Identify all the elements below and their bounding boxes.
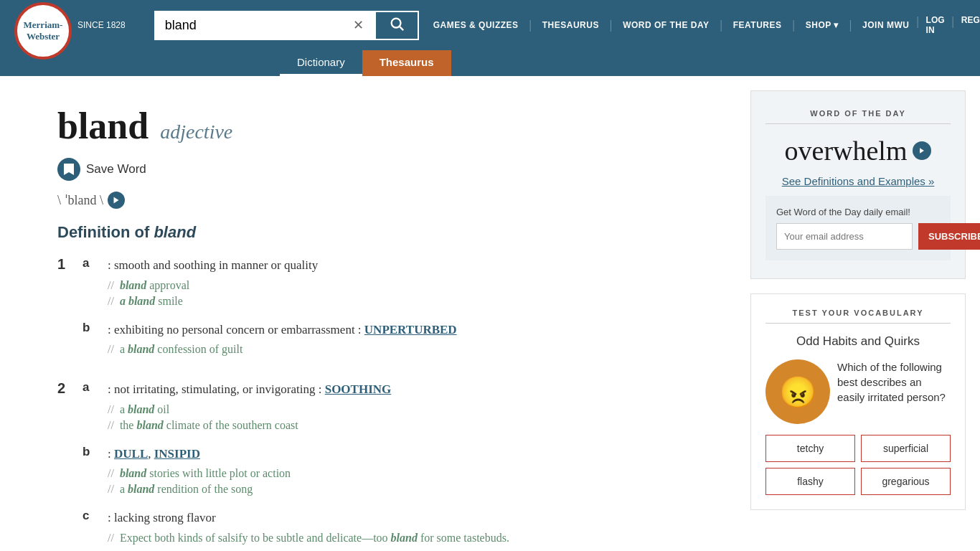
def-1b: b : exhibiting no personal concern or em… [83, 321, 722, 359]
bookmark-icon [57, 158, 80, 181]
logo-text: Merriam- [24, 19, 63, 31]
main-nav: GAMES & QUIZZES | THESAURUS | WORD OF TH… [433, 19, 910, 32]
def-1b-example-1: // a bland confession of guilt [108, 343, 722, 356]
vocab-question: Which of the following best describes an… [837, 359, 951, 405]
nav-thesaurus[interactable]: THESAURUS [542, 20, 599, 30]
def-letter-1a: a [83, 256, 108, 311]
svg-line-1 [400, 27, 403, 30]
def-letter-2a: a [83, 380, 108, 435]
save-word-button[interactable]: Save Word [57, 158, 722, 181]
vocab-option-superficial[interactable]: superficial [861, 435, 951, 462]
search-icon [389, 16, 405, 32]
vocab-box: TEST YOUR VOCABULARY Odd Habits and Quir… [750, 293, 966, 510]
nav-shop[interactable]: SHOP ▾ [806, 20, 839, 30]
def-2b-example-1: // bland stories with little plot or act… [108, 467, 722, 480]
search-button[interactable] [374, 11, 419, 40]
auth-area: | LOG IN | REGISTER [916, 15, 980, 35]
definition-block-1: 1 a : smooth and soothing in manner or q… [57, 256, 722, 369]
wotd-email-row: SUBSCRIBE [776, 223, 940, 250]
wotd-box: WORD OF THE DAY overwhelm See Definition… [750, 90, 966, 279]
search-clear-button[interactable]: ✕ [342, 11, 374, 40]
logo[interactable]: Merriam- Webster [14, 2, 72, 60]
def-2b: b : DULL, INSIPID // bland stories with … [83, 445, 722, 499]
vocab-option-gregarious[interactable]: gregarious [861, 468, 951, 495]
def-2c-text: : lacking strong flavor [108, 509, 722, 527]
vocab-label: TEST YOUR VOCABULARY [765, 309, 951, 317]
definition-block-2: 2 a : not irritating, stimulating, or in… [57, 380, 722, 551]
logo-text2: Webster [27, 31, 60, 42]
vocab-content: 😠 Which of the following best describes … [765, 359, 951, 424]
def-1a-text: : smooth and soothing in manner or quali… [108, 256, 722, 275]
def-num-1: 1 [57, 256, 83, 273]
wotd-email-input[interactable] [776, 223, 913, 250]
def-2a: a : not irritating, stimulating, or invi… [83, 380, 722, 435]
def-2b-content: : DULL, INSIPID // bland stories with li… [108, 445, 722, 499]
def-link-insipid[interactable]: INSIPID [154, 447, 200, 461]
nav-join[interactable]: JOIN MWU [862, 20, 909, 30]
def-num-2: 2 [57, 380, 83, 397]
def-2b-text: : DULL, INSIPID [108, 445, 722, 463]
def-letter-1b: b [83, 321, 108, 359]
search-bar: ✕ [154, 11, 419, 40]
svg-marker-3 [920, 148, 925, 154]
word-header: bland adjective [57, 105, 722, 147]
def-1a: a : smooth and soothing in manner or qua… [83, 256, 722, 311]
wotd-word-text: overwhelm [785, 135, 908, 166]
nav-features[interactable]: FEATURES [733, 20, 782, 30]
search-input[interactable] [154, 11, 342, 40]
wotd-see-link[interactable]: See Definitions and Examples » [765, 175, 951, 187]
def-2c-content: : lacking strong flavor // Expect both k… [108, 509, 722, 547]
sub-nav: Dictionary Thesaurus [0, 50, 980, 76]
vocab-option-tetchy[interactable]: tetchy [765, 435, 855, 462]
wotd-email-section: Get Word of the Day daily email! SUBSCRI… [765, 196, 951, 260]
logo-area: Merriam- Webster SINCE 1828 [14, 0, 126, 60]
since-text: SINCE 1828 [77, 20, 126, 30]
def-link-unperturbed[interactable]: UNPERTURBED [364, 323, 457, 336]
def-letter-2c: c [83, 509, 108, 547]
nav-games[interactable]: GAMES & QUIZZES [433, 20, 519, 30]
svg-marker-2 [114, 197, 119, 204]
vocab-quiz-title: Odd Habits and Quirks [765, 334, 951, 349]
word-title: bland [57, 105, 149, 146]
pronunciation-text: \ ˈbland \ [57, 192, 103, 208]
def-2c-example-1: // Expect both kinds of salsify to be su… [108, 532, 722, 545]
wotd-audio-button[interactable] [913, 141, 931, 160]
def-1a-content: : smooth and soothing in manner or quali… [108, 256, 722, 311]
wotd-label: WORD OF THE DAY [765, 109, 951, 118]
def-1b-content: : exhibiting no personal concern or emba… [108, 321, 722, 359]
def-2a-example-2: // the bland climate of the southern coa… [108, 419, 722, 432]
audio-button[interactable] [108, 192, 125, 209]
svg-point-0 [391, 18, 400, 27]
save-word-label: Save Word [86, 162, 146, 176]
wotd-divider [765, 123, 951, 124]
vocab-option-flashy[interactable]: flashy [765, 468, 855, 495]
tab-dictionary[interactable]: Dictionary [280, 50, 362, 76]
vocab-image: 😠 [765, 359, 830, 424]
register-link[interactable]: REGISTER [961, 15, 980, 35]
definition-header: Definition of bland [57, 223, 722, 242]
def-1b-text: : exhibiting no personal concern or emba… [108, 321, 722, 339]
def-2a-example-1: // a bland oil [108, 403, 722, 416]
def-2a-content: : not irritating, stimulating, or invigo… [108, 380, 722, 435]
def-2b-example-2: // a bland rendition of the song [108, 483, 722, 496]
nav-wotd[interactable]: WORD OF THE DAY [623, 20, 709, 30]
def-header-word: bland [154, 223, 196, 241]
def-link-dull[interactable]: DULL [114, 447, 148, 461]
def-1a-example-1: // bland approval [108, 279, 722, 292]
header: Merriam- Webster SINCE 1828 ✕ GAMES & QU… [0, 0, 980, 76]
def-2c: c : lacking strong flavor // Expect both… [83, 509, 722, 547]
content-area: bland adjective Save Word \ ˈbland \ Def… [14, 90, 736, 551]
wotd-word: overwhelm [765, 135, 951, 166]
word-pos: adjective [160, 121, 232, 143]
login-link[interactable]: LOG IN [926, 15, 945, 35]
vocab-divider [765, 323, 951, 324]
def-letter-2b: b [83, 445, 108, 499]
wotd-email-label: Get Word of the Day daily email! [776, 207, 940, 217]
subscribe-button[interactable]: SUBSCRIBE [918, 223, 980, 250]
tab-thesaurus[interactable]: Thesaurus [362, 50, 451, 76]
def-link-soothing[interactable]: SOOTHING [325, 382, 392, 396]
sidebar: WORD OF THE DAY overwhelm See Definition… [750, 90, 966, 551]
pronunciation: \ ˈbland \ [57, 192, 722, 209]
main-container: bland adjective Save Word \ ˈbland \ Def… [0, 76, 980, 551]
def-2a-text: : not irritating, stimulating, or invigo… [108, 380, 722, 399]
